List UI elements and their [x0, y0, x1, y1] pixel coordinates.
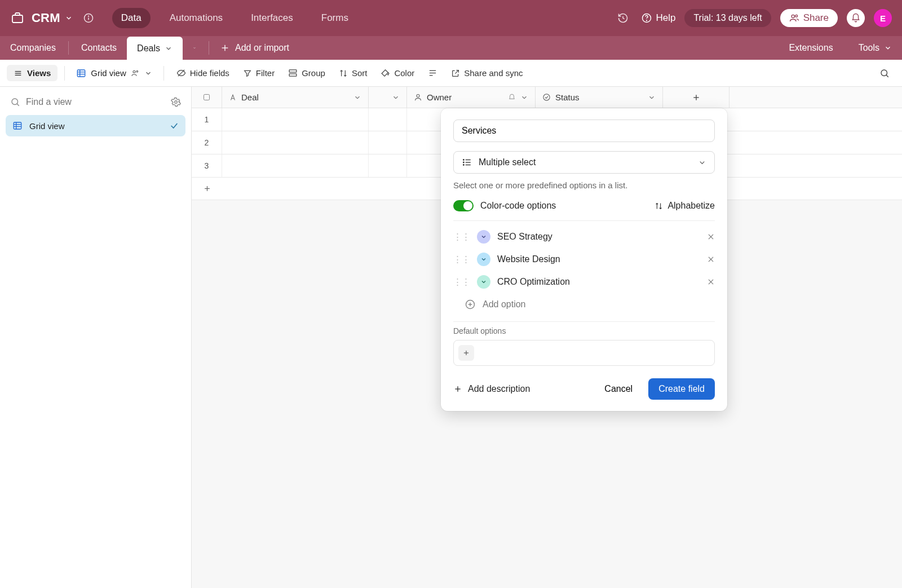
option-color-chip[interactable]	[477, 230, 490, 244]
column-status[interactable]: Status	[536, 87, 663, 108]
tab-contacts[interactable]: Contacts	[71, 36, 127, 60]
sort-button[interactable]: Sort	[333, 65, 373, 81]
svg-point-3	[88, 16, 89, 16]
svg-line-28	[17, 104, 19, 106]
search-icon	[879, 68, 890, 78]
find-view-input[interactable]	[26, 97, 165, 107]
add-or-import-button[interactable]: Add or import	[211, 36, 298, 60]
tab-deals[interactable]: Deals	[127, 37, 183, 60]
eye-off-icon	[176, 68, 186, 78]
add-option-button[interactable]: Add option	[453, 293, 715, 312]
row-number: 3	[192, 154, 222, 177]
nav-forms[interactable]: Forms	[312, 8, 357, 28]
workspace[interactable]: CRM	[10, 9, 98, 27]
people-icon	[789, 13, 799, 23]
drag-handle-icon[interactable]: ⋮⋮	[453, 277, 470, 287]
primary-nav: Data Automations Interfaces Forms	[112, 8, 357, 28]
sort-icon	[339, 69, 348, 78]
info-icon[interactable]	[79, 9, 98, 27]
add-default-button[interactable]	[458, 345, 474, 361]
create-field-popover: Multiple select Select one or more prede…	[441, 108, 727, 411]
nav-data[interactable]: Data	[112, 8, 151, 28]
group-icon	[288, 68, 298, 78]
grid-header: Deal Owner Status	[192, 87, 902, 108]
svg-rect-34	[204, 95, 210, 100]
share-button[interactable]: Share	[780, 9, 838, 27]
remove-option-button[interactable]	[707, 255, 715, 263]
option-row[interactable]: ⋮⋮ SEO Strategy	[453, 226, 715, 248]
color-code-toggle[interactable]	[453, 200, 474, 211]
svg-point-7	[795, 15, 798, 17]
svg-rect-30	[14, 122, 21, 129]
briefcase-icon	[10, 11, 25, 25]
checkbox-icon	[202, 93, 211, 101]
top-header: CRM Data Automations Interfaces Forms He…	[0, 0, 902, 36]
column-owner[interactable]: Owner	[407, 87, 536, 108]
chevron-down-icon	[884, 44, 892, 52]
field-type-select[interactable]: Multiple select	[453, 151, 715, 174]
create-field-button[interactable]: Create field	[648, 378, 715, 400]
grid-icon	[12, 121, 23, 131]
row-height-button[interactable]	[422, 65, 443, 81]
extensions-button[interactable]: Extensions	[779, 43, 843, 53]
current-view[interactable]: Grid view	[72, 65, 157, 82]
group-button[interactable]: Group	[282, 65, 331, 81]
svg-point-25	[881, 70, 887, 76]
check-icon	[170, 121, 179, 130]
search-button[interactable]	[874, 65, 895, 82]
add-or-import-label: Add or import	[235, 43, 289, 53]
settings-icon[interactable]	[171, 97, 181, 107]
drag-handle-icon[interactable]: ⋮⋮	[453, 254, 470, 264]
tab-more[interactable]	[183, 36, 206, 60]
plus-icon	[692, 93, 701, 102]
notifications-button[interactable]	[847, 9, 865, 27]
external-link-icon	[451, 69, 460, 78]
nav-interfaces[interactable]: Interfaces	[242, 8, 302, 28]
drag-handle-icon[interactable]: ⋮⋮	[453, 232, 470, 242]
sort-icon	[655, 202, 663, 210]
option-color-chip[interactable]	[477, 253, 490, 266]
chevron-down-icon[interactable]	[353, 94, 361, 101]
option-row[interactable]: ⋮⋮ Website Design	[453, 248, 715, 271]
find-view[interactable]	[6, 92, 185, 112]
chevron-down-icon[interactable]	[520, 94, 528, 101]
svg-point-45	[463, 162, 465, 163]
help-button[interactable]: Help	[641, 12, 675, 24]
tab-companies[interactable]: Companies	[0, 36, 66, 60]
share-label: Share	[803, 12, 829, 24]
menu-icon	[14, 69, 23, 78]
remove-option-button[interactable]	[707, 233, 715, 241]
search-icon	[10, 97, 20, 107]
option-row[interactable]: ⋮⋮ CRO Optimization	[453, 271, 715, 293]
column-unnamed[interactable]	[369, 87, 407, 108]
avatar[interactable]: E	[874, 9, 892, 27]
chevron-down-icon[interactable]	[648, 94, 656, 101]
svg-point-27	[12, 99, 18, 105]
row-height-icon	[428, 68, 437, 78]
view-item-grid[interactable]: Grid view	[6, 115, 185, 136]
color-button[interactable]: Color	[375, 65, 420, 81]
cancel-button[interactable]: Cancel	[599, 379, 638, 399]
field-name-input[interactable]	[453, 120, 715, 142]
views-toggle[interactable]: Views	[7, 65, 58, 81]
nav-automations[interactable]: Automations	[161, 8, 232, 28]
add-field-button[interactable]	[663, 87, 729, 108]
default-options-box[interactable]	[453, 340, 715, 366]
alphabetize-button[interactable]: Alphabetize	[655, 201, 715, 211]
svg-rect-21	[289, 74, 297, 76]
column-deal[interactable]: Deal	[222, 87, 369, 108]
chevron-down-icon	[193, 44, 196, 52]
select-all[interactable]	[192, 87, 222, 108]
tools-button[interactable]: Tools	[848, 43, 902, 53]
add-description-button[interactable]: Add description	[453, 384, 530, 394]
filter-button[interactable]: Filter	[237, 65, 280, 81]
option-color-chip[interactable]	[477, 275, 490, 289]
remove-option-button[interactable]	[707, 278, 715, 286]
history-icon[interactable]	[614, 9, 632, 27]
hide-fields-button[interactable]: Hide fields	[171, 65, 235, 81]
chevron-down-icon	[698, 158, 706, 167]
trial-chip[interactable]: Trial: 13 days left	[684, 9, 771, 27]
views-label: Views	[27, 68, 51, 78]
chevron-down-icon[interactable]	[392, 94, 400, 101]
share-sync-button[interactable]: Share and sync	[445, 65, 528, 81]
